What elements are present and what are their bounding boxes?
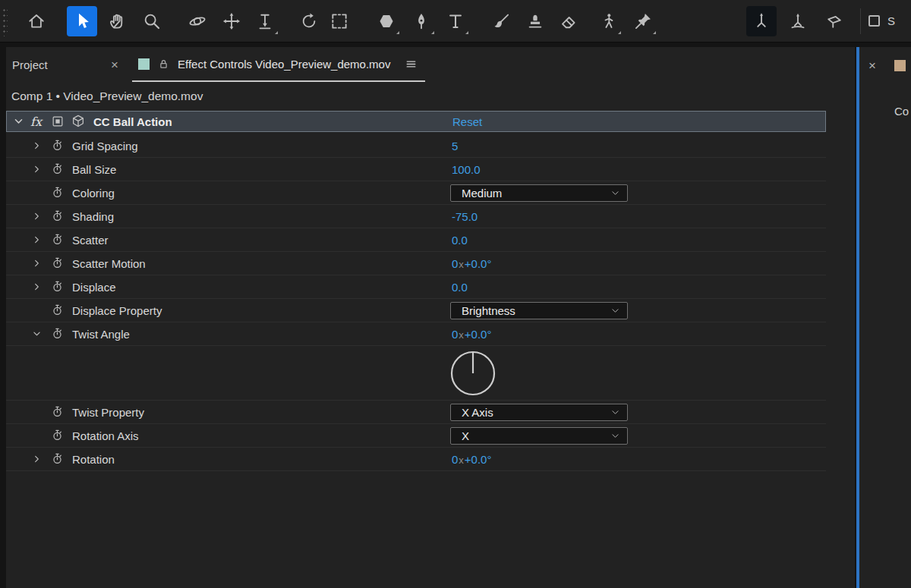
effect-header-row[interactable]: fx CC Ball Action Reset (6, 111, 826, 132)
panel-menu-icon[interactable] (405, 58, 418, 71)
twirl-right-icon[interactable] (31, 234, 43, 246)
stopwatch-icon[interactable] (51, 429, 64, 442)
tool-world-axis[interactable] (783, 6, 813, 36)
property-label: Grid Spacing (72, 140, 138, 153)
stopwatch-icon[interactable] (51, 210, 64, 223)
stopwatch-icon[interactable] (51, 257, 64, 270)
property-value[interactable]: 100.0 (452, 163, 481, 176)
close-icon[interactable]: × (111, 58, 118, 71)
tool-puppet-pin[interactable] (628, 6, 658, 36)
tool-selection[interactable] (67, 6, 97, 36)
dropdown-coloring[interactable]: Medium (450, 184, 628, 202)
property-row-scatter: Scatter0.0 (6, 228, 826, 252)
twirl-right-icon[interactable] (31, 281, 43, 293)
pan-behind-icon (329, 11, 349, 31)
property-label: Ball Size (72, 163, 116, 176)
tool-clone-stamp[interactable] (520, 6, 550, 36)
orbit-camera-icon (188, 11, 207, 31)
property-value[interactable]: 0.0 (452, 234, 468, 247)
property-value[interactable]: 5 (452, 140, 458, 153)
panel-tab-bar: Project × Effect Controls Video_Preview_… (6, 47, 855, 82)
axis-mode-group (746, 6, 850, 36)
tool-rotation[interactable] (294, 6, 324, 36)
type-icon (446, 11, 465, 31)
property-label: Scatter (72, 234, 109, 247)
fx-badge-icon[interactable]: fx (30, 115, 42, 129)
tab-effect-controls[interactable]: Effect Controls Video_Preview_demo.mov (132, 47, 425, 82)
zoom-icon (142, 11, 162, 31)
stopwatch-icon[interactable] (51, 140, 64, 153)
right-panel: × Co (856, 47, 911, 588)
snapping-control[interactable]: S (868, 14, 911, 27)
tool-pen[interactable] (406, 6, 437, 36)
twirl-right-icon[interactable] (31, 164, 43, 175)
twirl-right-icon[interactable] (31, 140, 43, 152)
dropdown-value: Brightness (462, 304, 515, 317)
property-row-ball-size: Ball Size100.0 (6, 158, 826, 181)
twirl-right-icon[interactable] (31, 258, 43, 269)
tool-local-axis[interactable] (746, 6, 777, 36)
panel-color-swatch (894, 60, 906, 71)
stopwatch-icon[interactable] (51, 304, 64, 317)
tool-brush[interactable] (486, 6, 516, 36)
chevron-down-icon (610, 188, 620, 198)
twirl-right-icon[interactable] (31, 211, 43, 222)
reset-button[interactable]: Reset (452, 115, 482, 128)
tool-zoom[interactable] (137, 6, 167, 36)
snapping-checkbox[interactable] (868, 15, 880, 27)
stopwatch-icon[interactable] (51, 234, 64, 247)
angle-multiplier: x (458, 329, 465, 341)
twirl-down-icon[interactable] (13, 116, 24, 127)
stopwatch-icon[interactable] (51, 453, 64, 466)
twirl-down-icon[interactable] (31, 329, 43, 340)
property-value[interactable]: 0.0 (452, 281, 468, 294)
tool-shape[interactable] (371, 6, 402, 36)
stopwatch-icon[interactable] (51, 187, 64, 200)
property-label: Scatter Motion (72, 257, 146, 270)
view-axis-icon (824, 11, 844, 31)
stopwatch-icon[interactable] (51, 328, 64, 341)
property-value[interactable]: 0x+0.0° (452, 328, 491, 341)
angle-degrees: +0.0° (465, 257, 492, 270)
property-row-scatter-motion: Scatter Motion0x+0.0° (6, 252, 826, 275)
chevron-down-icon (610, 407, 620, 417)
dropdown-displace-property[interactable]: Brightness (450, 302, 628, 319)
twirl-right-icon[interactable] (31, 454, 43, 465)
property-value[interactable]: 0x+0.0° (452, 453, 491, 466)
effect-rows: fx CC Ball Action Reset (6, 111, 826, 471)
pen-icon (411, 11, 431, 31)
close-icon[interactable]: × (868, 59, 876, 72)
dolly-camera-icon (255, 11, 275, 31)
effect-cube-icon (71, 114, 86, 129)
tool-dolly-camera[interactable] (250, 6, 280, 36)
effect-enable-icon[interactable] (51, 115, 65, 128)
angle-multiplier: x (458, 259, 465, 270)
property-label: Displace (72, 281, 116, 294)
tool-roto-brush[interactable] (593, 6, 623, 36)
stopwatch-icon[interactable] (51, 281, 64, 294)
tool-eraser[interactable] (553, 6, 584, 36)
tool-orbit-camera[interactable] (182, 6, 213, 36)
lock-icon[interactable] (158, 58, 169, 70)
rotation-dial[interactable] (449, 350, 496, 397)
property-value[interactable]: 0x+0.0° (452, 257, 491, 270)
tool-view-axis[interactable] (819, 6, 850, 36)
property-row-displace: Displace0.0 (6, 275, 826, 299)
property-label: Coloring (72, 187, 115, 200)
dropdown-twist-property[interactable]: X Axis (450, 404, 628, 421)
stopwatch-icon[interactable] (51, 163, 64, 176)
tool-pan-camera[interactable] (216, 6, 247, 36)
right-panel-title: Co (894, 105, 909, 118)
toolbar-grip-handle[interactable] (2, 6, 8, 36)
roto-brush-icon (598, 11, 618, 31)
tool-home[interactable] (21, 6, 52, 36)
home-icon (27, 11, 46, 31)
effect-controls-tab-label: Effect Controls Video_Preview_demo.mov (178, 58, 390, 71)
dropdown-rotation-axis[interactable]: X (450, 427, 628, 445)
property-value[interactable]: -75.0 (452, 210, 478, 223)
tab-project[interactable]: Project × (6, 47, 121, 82)
tool-type[interactable] (440, 6, 471, 36)
tool-pan-behind[interactable] (324, 6, 355, 36)
stopwatch-icon[interactable] (51, 406, 64, 419)
tool-hand[interactable] (102, 6, 132, 36)
